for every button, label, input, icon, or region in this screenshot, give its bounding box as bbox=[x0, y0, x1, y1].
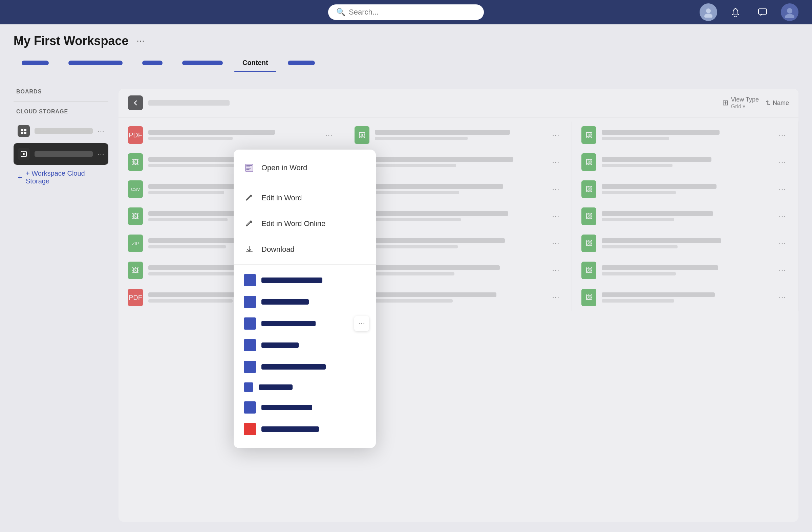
sidebar-item-2[interactable]: ⋯ bbox=[14, 143, 108, 165]
blue-square-5 bbox=[244, 361, 256, 373]
edit-in-word-online-label: Edit in Word Online bbox=[261, 219, 325, 228]
notifications-icon[interactable] bbox=[727, 3, 744, 21]
blurred-item-1 bbox=[234, 269, 376, 291]
download-menu-item[interactable]: Download bbox=[234, 237, 376, 262]
overlay-dim bbox=[118, 89, 798, 522]
blue-square-1 bbox=[244, 274, 256, 286]
blurred-item-2 bbox=[234, 291, 376, 313]
svg-rect-8 bbox=[24, 132, 26, 134]
svg-point-3 bbox=[787, 8, 792, 14]
context-menu-overlay[interactable]: Open in Word Edit in Word bbox=[118, 89, 798, 522]
sidebar-item-1-icon bbox=[18, 125, 30, 137]
top-navigation: 🔍 bbox=[0, 0, 812, 24]
blurred-submenu: ⋯ bbox=[234, 267, 376, 443]
edit-in-word-online-menu-item[interactable]: Edit in Word Online bbox=[234, 211, 376, 237]
sidebar-item-2-more[interactable]: ⋯ bbox=[98, 150, 104, 158]
blue-square-7 bbox=[244, 401, 256, 414]
blurred-item-4 bbox=[234, 334, 376, 356]
tabs-row: Content bbox=[14, 55, 798, 71]
search-icon: 🔍 bbox=[336, 8, 345, 17]
blurred-bar-1 bbox=[261, 278, 322, 283]
edit-in-word-menu-item[interactable]: Edit in Word bbox=[234, 185, 376, 211]
messages-icon[interactable] bbox=[754, 3, 771, 21]
search-input[interactable] bbox=[349, 8, 476, 17]
sidebar-item-2-icon bbox=[18, 148, 30, 160]
body-area: BOARDS CLOUD STORAGE ⋯ ⋯ + + Workspace C… bbox=[14, 89, 798, 522]
sidebar-item-1[interactable]: ⋯ bbox=[14, 120, 108, 142]
edit-in-word-label: Edit in Word bbox=[261, 194, 302, 202]
blurred-bar-8 bbox=[261, 426, 319, 432]
red-square-1 bbox=[244, 423, 256, 435]
blurred-item-5 bbox=[234, 356, 376, 378]
page-options-button[interactable]: ⋯ bbox=[134, 35, 147, 47]
tab-pill-3[interactable] bbox=[134, 57, 171, 69]
svg-rect-2 bbox=[758, 9, 767, 14]
blue-square-3 bbox=[244, 317, 256, 330]
sidebar-item-1-more[interactable]: ⋯ bbox=[98, 127, 104, 135]
blurred-bar-6 bbox=[259, 384, 293, 390]
add-workspace-button[interactable]: + + Workspace Cloud Storage bbox=[14, 166, 108, 189]
blurred-item-8 bbox=[234, 418, 376, 440]
cloud-storage-section-title: CLOUD STORAGE bbox=[14, 109, 108, 115]
blurred-bar-4 bbox=[261, 342, 299, 348]
svg-rect-6 bbox=[24, 129, 26, 131]
search-bar[interactable]: 🔍 bbox=[328, 4, 484, 20]
blurred-item-6 bbox=[234, 378, 376, 397]
tab-pill-4[interactable] bbox=[174, 57, 231, 69]
open-word-icon bbox=[244, 162, 255, 173]
blurred-bar-2 bbox=[261, 299, 309, 305]
menu-divider-1 bbox=[234, 183, 376, 183]
open-in-word-menu-item[interactable]: Open in Word bbox=[234, 155, 376, 181]
tab-pill-1[interactable] bbox=[14, 57, 57, 69]
menu-divider-2 bbox=[234, 264, 376, 265]
add-workspace-icon: + bbox=[18, 173, 23, 182]
context-menu: Open in Word Edit in Word bbox=[234, 150, 376, 448]
blurred-item-7 bbox=[234, 397, 376, 418]
blue-square-2 bbox=[244, 296, 256, 308]
sidebar-item-2-label bbox=[34, 151, 93, 157]
sidebar-item-1-label bbox=[34, 128, 93, 134]
main-area: My First Workspace ⋯ Content bbox=[0, 24, 812, 532]
blurred-bar-3 bbox=[261, 321, 316, 326]
sidebar: BOARDS CLOUD STORAGE ⋯ ⋯ + + Workspace C… bbox=[14, 89, 108, 522]
add-workspace-label: + Workspace Cloud Storage bbox=[26, 169, 104, 185]
svg-point-1 bbox=[704, 14, 712, 18]
tab-content[interactable]: Content bbox=[234, 55, 276, 71]
blurred-bar-7 bbox=[261, 405, 312, 410]
svg-rect-7 bbox=[21, 132, 23, 134]
svg-point-10 bbox=[23, 153, 25, 155]
svg-point-0 bbox=[706, 9, 711, 13]
blue-square-4 bbox=[244, 339, 256, 351]
blurred-item-3: ⋯ bbox=[234, 313, 376, 334]
tab-pill-2[interactable] bbox=[60, 57, 131, 69]
sidebar-divider-1 bbox=[14, 102, 108, 102]
blurred-bar-5 bbox=[261, 364, 326, 370]
nav-icons bbox=[699, 3, 798, 21]
content-panel: ⊞ View Type Grid ▾ ⇅ Name bbox=[118, 89, 798, 522]
download-icon bbox=[244, 244, 255, 255]
edit-word-icon bbox=[244, 193, 255, 203]
avatar-icon[interactable] bbox=[699, 3, 717, 21]
user-avatar[interactable] bbox=[781, 3, 798, 21]
edit-word-online-icon bbox=[244, 218, 255, 229]
open-in-word-label: Open in Word bbox=[261, 163, 307, 172]
svg-rect-5 bbox=[21, 129, 23, 131]
tab-content-label: Content bbox=[243, 59, 268, 66]
boards-section-title: BOARDS bbox=[14, 89, 108, 95]
download-label: Download bbox=[261, 245, 294, 254]
tab-pill-5[interactable] bbox=[280, 57, 323, 69]
page-header: My First Workspace ⋯ Content bbox=[0, 24, 812, 71]
floating-more-button[interactable]: ⋯ bbox=[354, 316, 369, 331]
page-title: My First Workspace bbox=[14, 34, 128, 48]
svg-point-4 bbox=[785, 14, 794, 18]
blue-square-6 bbox=[244, 382, 253, 392]
